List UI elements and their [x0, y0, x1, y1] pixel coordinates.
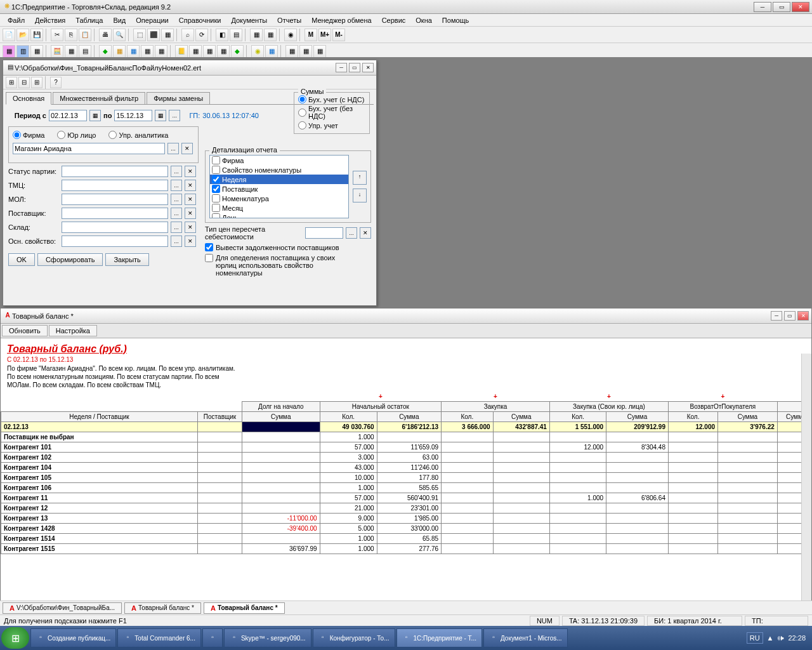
tool-icon[interactable]: M+ [318, 29, 331, 41]
detail-item[interactable]: Поставщик [210, 184, 348, 194]
tool-icon[interactable]: ▦ [313, 45, 326, 58]
chk-vyvesti[interactable]: Вывести задолженности поставщиков [205, 243, 371, 251]
radio-upr[interactable]: Упр. аналитика [108, 131, 168, 139]
open-icon[interactable]: 📂 [16, 29, 29, 41]
menu-Таблица[interactable]: Таблица [70, 15, 108, 25]
tab-2[interactable]: Фирмы замены [147, 92, 210, 104]
tray-icon[interactable]: ▲ [767, 634, 774, 642]
detail-item[interactable]: Месяц [210, 203, 348, 213]
ok-button[interactable]: OK [8, 253, 35, 266]
ellipsis-button[interactable]: ... [171, 194, 182, 205]
tool-icon[interactable]: ▦ [203, 45, 216, 58]
tool-icon[interactable]: ▦ [250, 29, 263, 41]
tool-icon[interactable]: 🧮 [51, 45, 63, 58]
tool-icon[interactable]: ▦ [264, 29, 277, 41]
form-button[interactable]: Сформировать [37, 253, 103, 266]
task-button[interactable]: ▫Skype™ - sergey090... [224, 628, 311, 647]
tool-icon[interactable]: ⬚ [133, 29, 146, 41]
task-button[interactable]: ▫Total Commander 6... [117, 628, 201, 647]
close-button[interactable]: ✕ [797, 311, 809, 321]
menu-Файл[interactable]: Файл [3, 15, 30, 25]
summ-radio[interactable]: Бух. учет (с НДС) [298, 95, 365, 103]
clear-button[interactable]: ✕ [185, 208, 196, 219]
tool-icon[interactable]: ▦ [217, 45, 230, 58]
tool-icon[interactable]: ◉ [251, 45, 264, 58]
detail-item[interactable]: День [210, 213, 348, 218]
inp-osn[interactable] [62, 235, 168, 247]
clear-button[interactable]: ✕ [185, 166, 196, 177]
calendar-icon[interactable]: ▦ [155, 110, 166, 121]
ellipsis-button[interactable]: ... [171, 166, 182, 177]
chk-opred[interactable]: Для опеделения поставщика у своих юрлиц … [205, 254, 371, 277]
inp-mol[interactable] [62, 194, 168, 205]
tray-icon[interactable]: 🕪 [777, 634, 784, 642]
close-button[interactable]: ✕ [792, 2, 809, 12]
task-button[interactable]: ▫1С:Предприятие - Т... [396, 628, 482, 647]
ellipsis-button[interactable]: ... [171, 180, 182, 191]
menu-Окна[interactable]: Окна [410, 15, 437, 25]
ellipsis-button[interactable]: ... [346, 227, 357, 239]
tool-icon[interactable]: ▦ [299, 45, 312, 58]
detail-item[interactable]: Неделя [210, 175, 348, 184]
tool-icon[interactable]: ▦ [189, 45, 202, 58]
tree-icon[interactable]: ⊞ [31, 77, 43, 88]
tool-icon[interactable]: ◧ [216, 29, 228, 41]
task-button[interactable]: ▫ [202, 628, 223, 647]
tool-icon[interactable]: ▦ [30, 45, 43, 58]
tool-icon[interactable]: ▤ [79, 45, 91, 58]
copy-icon[interactable]: ⎘ [65, 29, 77, 41]
maximize-button[interactable]: ▭ [349, 63, 360, 72]
detail-item[interactable]: Номенклатура [210, 194, 348, 203]
tool-icon[interactable]: ▦ [285, 45, 298, 58]
tree-icon[interactable]: ⊟ [18, 77, 30, 88]
tool-icon[interactable]: ▦ [265, 45, 278, 58]
tool-icon[interactable]: ◆ [99, 45, 112, 58]
maximize-button[interactable]: ▭ [784, 311, 796, 321]
minimize-button[interactable]: ─ [771, 311, 782, 321]
menu-Отчеты[interactable]: Отчеты [272, 15, 306, 25]
clear-button[interactable]: ✕ [185, 222, 196, 233]
doc-tab[interactable]: AV:\Обработки\Фин_ТоварныйБа... [3, 602, 122, 614]
ellipsis-button[interactable]: ... [171, 222, 182, 233]
menu-Действия[interactable]: Действия [30, 15, 70, 25]
clock[interactable]: 22:28 [788, 634, 806, 642]
inp-status[interactable] [62, 166, 168, 177]
firma-input[interactable] [13, 143, 165, 154]
detail-item[interactable]: Фирма [210, 156, 348, 165]
maximize-button[interactable]: ▭ [773, 2, 790, 12]
menu-Справочники[interactable]: Справочники [174, 15, 226, 25]
tool-icon[interactable]: M [304, 29, 317, 41]
start-button[interactable]: ⊞ [1, 627, 29, 649]
tool-icon[interactable]: 📒 [175, 45, 188, 58]
menu-Вид[interactable]: Вид [108, 15, 131, 25]
clear-button[interactable]: ✕ [181, 143, 193, 154]
minimize-button[interactable]: ─ [336, 63, 347, 72]
tool-icon[interactable]: ▦ [127, 45, 140, 58]
tool-icon[interactable]: ▦ [161, 29, 174, 41]
save-icon[interactable]: 💾 [30, 29, 43, 41]
tool-icon[interactable]: ▦ [113, 45, 126, 58]
menu-Документы[interactable]: Документы [226, 15, 272, 25]
minimize-button[interactable]: ─ [754, 2, 771, 12]
clear-button[interactable]: ✕ [185, 194, 196, 205]
tool-icon[interactable]: ▥ [16, 45, 29, 58]
clear-button[interactable]: ✕ [185, 180, 196, 191]
inp-tmc[interactable] [62, 180, 168, 191]
calendar-icon[interactable]: ▦ [89, 110, 101, 121]
close-button[interactable]: Закрыть [105, 253, 148, 266]
tree-icon[interactable]: ⊞ [6, 77, 17, 88]
print-icon[interactable]: 🖶 [99, 29, 112, 41]
preview-icon[interactable]: 🔍 [113, 29, 126, 41]
tool-icon[interactable]: ▦ [65, 45, 77, 58]
clear-button[interactable]: ✕ [360, 227, 371, 239]
tool-icon[interactable]: ⬛ [147, 29, 160, 41]
tool-icon[interactable]: ⟳ [195, 29, 208, 41]
task-button[interactable]: ▫Создание публикац... [30, 628, 116, 647]
radio-yur[interactable]: Юр лицо [57, 131, 96, 139]
menu-Помощь[interactable]: Помощь [437, 15, 475, 25]
new-icon[interactable]: 📄 [3, 29, 15, 41]
period-from-input[interactable] [49, 110, 87, 121]
ellipsis-button[interactable]: ... [171, 208, 182, 219]
menu-Менеджер обмена[interactable]: Менеджер обмена [306, 15, 376, 25]
doc-tab[interactable]: AТоварный баланс * [124, 602, 201, 614]
